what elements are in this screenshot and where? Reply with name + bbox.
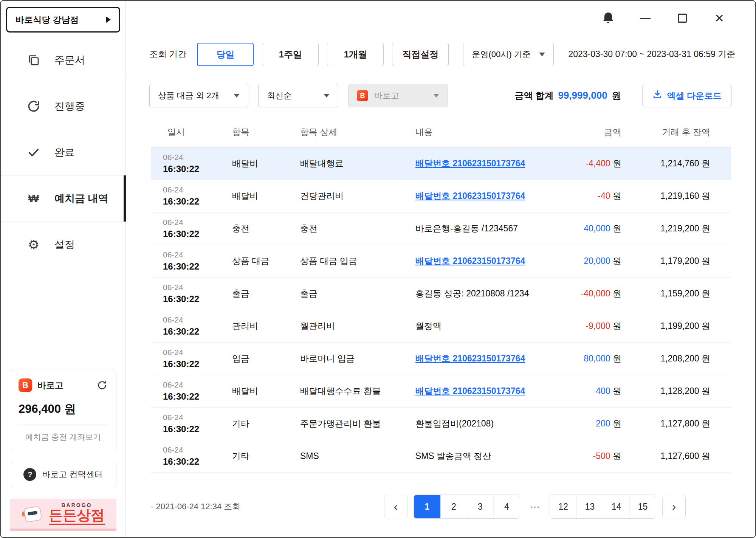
chevron-down-icon (234, 94, 240, 98)
table-row[interactable]: 06-24 16:30:22 관리비 월관리비 월정액 -9,000 원 1,1… (151, 310, 731, 343)
table-row[interactable]: 06-24 16:30:22 충전 충전 바로은행-홍길동 /1234567 4… (151, 212, 731, 245)
pagination-next-button[interactable]: › (662, 495, 686, 518)
page-button-14[interactable]: 14 (603, 495, 629, 518)
row-amount-unit: 원 (613, 288, 621, 298)
brand-select-value: 바로고 (374, 90, 399, 101)
page-button-15[interactable]: 15 (629, 495, 656, 518)
total-label: 금액 합계 (515, 90, 554, 102)
minimize-button[interactable] (627, 18, 664, 19)
notification-bell-icon[interactable] (590, 11, 627, 25)
row-detail: 월관리비 (300, 320, 415, 332)
sidebar-item-orders[interactable]: 주문서 (1, 37, 125, 83)
sidebar-item-deposit-history[interactable]: ₩ 예치금 내역 (1, 175, 125, 222)
row-amount-cell: -40,000 원 (550, 288, 621, 299)
table-row[interactable]: 06-24 16:30:22 배달비 건당관리비 배달번호 2106231501… (151, 180, 731, 212)
close-icon: ✕ (714, 12, 724, 24)
sidebar-item-completed[interactable]: 완료 (1, 129, 125, 175)
mascot-icon (22, 502, 44, 525)
row-category: 입금 (232, 353, 300, 364)
contact-center-button[interactable]: ? 바로고 컨택센터 (10, 461, 116, 488)
close-button[interactable]: ✕ (701, 12, 738, 24)
sort-select[interactable]: 최신순 (258, 84, 338, 107)
row-amount-cell: 80,000 원 (550, 353, 621, 364)
row-time: 16:30:22 (163, 196, 232, 207)
sidebar-item-settings[interactable]: ⚙ 설정 (1, 222, 125, 268)
row-amount-unit: 원 (613, 386, 621, 396)
charge-account-link[interactable]: 예치금 충전 계좌보기 (19, 432, 108, 442)
period-button-0[interactable]: 당일 (197, 43, 254, 66)
chevron-down-icon (433, 94, 439, 98)
row-content[interactable]: 배달번호 210623150173764 (415, 385, 550, 397)
table-row[interactable]: 06-24 16:30:22 배달비 배달대행수수료 환불 배달번호 21062… (151, 375, 731, 408)
row-amount-cell: -40 원 (550, 190, 621, 202)
row-date: 06-24 (163, 380, 232, 389)
basis-select[interactable]: 운영(00시) 기준 (463, 43, 554, 66)
sidebar-item-label: 완료 (54, 146, 75, 159)
category-select[interactable]: 상품 대금 외 2개 (149, 84, 248, 107)
row-date: 06-24 (163, 185, 232, 194)
refresh-icon[interactable] (96, 380, 108, 391)
row-amount-cell: 40,000 원 (550, 223, 621, 234)
sidebar-item-label: 주문서 (54, 53, 85, 67)
row-category: 기타 (232, 450, 300, 462)
row-time: 16:30:22 (163, 391, 232, 402)
row-category: 배달비 (232, 190, 300, 202)
period-button-3[interactable]: 직접설정 (392, 43, 449, 66)
row-detail: 바로머니 입금 (300, 353, 415, 364)
pagination-prev-button[interactable]: ‹ (384, 495, 407, 518)
sidebar-item-in-progress[interactable]: 진행중 (1, 83, 125, 129)
secondary-filter-row: 상품 대금 외 2개 최신순 B 바로고 금액 합계 99,999,000 원 (126, 73, 755, 116)
table-row[interactable]: 06-24 16:30:22 기타 주문가맹관리비 환불 환불입점비(20210… (151, 408, 731, 440)
page-button-2[interactable]: 2 (440, 495, 467, 518)
row-category: 배달비 (232, 385, 300, 397)
row-content[interactable]: 배달번호 210623150173764 (415, 353, 550, 364)
row-content[interactable]: 배달번호 210623150173764 (415, 158, 550, 169)
table-row[interactable]: 06-24 16:30:22 입금 바로머니 입금 배달번호 210623150… (151, 343, 731, 375)
row-amount-cell: -4,400 원 (550, 158, 621, 169)
excel-download-button[interactable]: 엑셀 다운로드 (642, 84, 732, 107)
row-content[interactable]: 배달번호 210623150173764 (415, 255, 550, 267)
page-button-13[interactable]: 13 (576, 495, 603, 518)
row-balance: 1,128,200 원 (621, 385, 731, 397)
store-selector[interactable]: 바로식당 강남점 (6, 7, 120, 33)
chevron-right-icon: › (672, 500, 676, 513)
table-row[interactable]: 06-24 16:30:22 출금 출금 홍길동 성공: 20210808 /1… (151, 278, 731, 310)
row-date: 06-24 (163, 218, 232, 227)
table-row[interactable]: 06-24 16:30:22 상품 대금 상품 대금 입금 배달번호 21062… (151, 245, 731, 278)
divider (18, 425, 108, 425)
table-header: 일시 항목 항목 상세 내용 금액 거래 후 잔액 (151, 117, 731, 147)
won-icon: ₩ (26, 191, 41, 206)
row-category: 관리비 (232, 320, 300, 332)
category-select-value: 상품 대금 외 2개 (158, 90, 220, 101)
store-name: 바로식당 강남점 (15, 14, 79, 26)
table-row[interactable]: 06-24 16:30:22 배달비 배달대행료 배달번호 2106231501… (151, 147, 731, 180)
row-content[interactable]: 배달번호 210623150173764 (415, 190, 550, 202)
period-button-2[interactable]: 1개월 (327, 43, 384, 66)
row-amount: -500 (593, 451, 610, 461)
row-balance: 1,214,760 원 (621, 158, 731, 169)
row-content: 환불입점비(202108) (415, 418, 550, 429)
period-filter-row: 조회 기간 당일1주일1개월직접설정 운영(00시) 기준 2023-03-30… (126, 36, 755, 73)
table-row[interactable]: 06-24 16:30:22 기타 SMS SMS 발송금액 정산 -500 원… (151, 440, 731, 473)
row-category: 기타 (232, 418, 300, 429)
page-button-12[interactable]: 12 (550, 495, 576, 518)
header-balance: 거래 후 잔액 (621, 126, 731, 138)
transactions-table: 일시 항목 항목 상세 내용 금액 거래 후 잔액 06-24 16:30:22… (151, 117, 731, 473)
check-icon (26, 145, 41, 160)
row-balance: 1,127,800 원 (621, 418, 731, 429)
row-detail: 배달대행수수료 환불 (300, 385, 415, 397)
header-datetime: 일시 (151, 126, 232, 138)
maximize-button[interactable] (664, 14, 701, 23)
promo-banner[interactable]: BAROGO 든든상점 (10, 499, 116, 531)
period-button-1[interactable]: 1주일 (262, 43, 319, 66)
row-content: 바로은행-홍길동 /1234567 (415, 223, 550, 234)
chevron-down-icon (324, 94, 330, 98)
sidebar-item-label: 진행중 (54, 99, 85, 113)
pagination: ‹ 1234 ⋯ 12131415 › (384, 495, 686, 519)
page-button-1[interactable]: 1 (414, 495, 440, 518)
row-amount-unit: 원 (613, 256, 621, 266)
page-button-4[interactable]: 4 (493, 495, 520, 518)
footer: - 2021-06-24 12:34 조회 ‹ 1234 ⋯ 12131415 … (126, 473, 755, 519)
page-button-3[interactable]: 3 (467, 495, 493, 518)
row-time: 16:30:22 (163, 359, 232, 369)
